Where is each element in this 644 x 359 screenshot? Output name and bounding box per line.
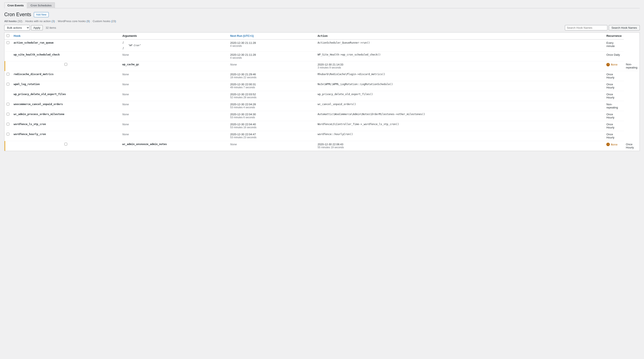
row-checkbox[interactable]	[6, 103, 9, 106]
row-checkbox[interactable]	[6, 123, 9, 126]
row-recurrence: Once Hourly	[604, 111, 624, 121]
row-checkbox-cell	[12, 141, 120, 151]
tab-cron-events[interactable]: Cron Events	[4, 2, 27, 8]
row-hook: wordfence_hourly_cron	[12, 131, 120, 141]
table-row: action_scheduler_run_queue[ "WP Cron" ]2…	[4, 39, 640, 51]
row-arguments: None	[120, 81, 228, 91]
warning-icon: !	[606, 63, 610, 66]
row-recurrence: Once Hourly	[604, 81, 624, 91]
row-checkbox[interactable]	[6, 73, 9, 76]
table-row: wpml_log_rotationNone2020-12-30 22:00:31…	[4, 81, 640, 91]
next-run-relative: 53 minutes 16 seconds	[230, 126, 313, 129]
search-input[interactable]	[565, 25, 608, 30]
next-run-time: 2020-12-30 21:11:28	[230, 53, 313, 56]
row-hook: wc_admin_process_orders_milestone	[12, 111, 120, 121]
row-action: No3x\WPML\WPML_LogRotation::LogRotationS…	[316, 81, 604, 91]
table-body: action_scheduler_run_queue[ "WP Cron" ]2…	[4, 39, 640, 151]
row-action: !None	[604, 141, 624, 151]
row-next-run: 2020-12-30 22:06:4355 minutes 19 seconds	[316, 141, 604, 151]
bulk-actions-select[interactable]: Bulk actions	[4, 25, 30, 31]
row-arguments: None	[120, 91, 228, 101]
cron-events-table: Hook Arguments Next Run (UTC+1) Action R…	[4, 32, 640, 151]
action-none-text: None	[611, 63, 618, 66]
row-checkbox-cell	[4, 101, 12, 111]
table-row: wp_cache_gcNone2020-12-30 21:14:333 minu…	[4, 61, 640, 71]
page-title: Cron Events	[4, 12, 31, 18]
row-next-run: 2020-12-30 21:11:284 seconds	[228, 39, 316, 51]
row-action: Automattic\WooCommerce\Admin\Notes\Order…	[316, 111, 604, 121]
row-hook: wp_cache_gc	[120, 61, 228, 71]
row-hook: woocommerce_cancel_unpaid_orders	[12, 101, 120, 111]
action-warning: !None	[606, 143, 622, 146]
row-hook: action_scheduler_run_queue	[12, 39, 120, 51]
apply-button[interactable]: Apply	[31, 25, 43, 30]
select-all-checkbox[interactable]	[6, 34, 9, 37]
table-row: wc_admin_unsnooze_admin_notesNone2020-12…	[4, 141, 640, 151]
row-checkbox-cell	[4, 91, 12, 101]
table-row: wc_admin_process_orders_milestoneNone202…	[4, 111, 640, 121]
row-checkbox-cell	[4, 131, 12, 141]
row-action: wp_privacy_delete_old_export_files()	[316, 91, 604, 101]
page-header: Cron Events Add New	[4, 12, 640, 18]
row-next-run: 2020-12-30 22:04:2853 minutes 4 seconds	[228, 101, 316, 111]
row-checkbox[interactable]	[6, 133, 9, 136]
row-checkbox[interactable]	[6, 41, 9, 44]
row-checkbox[interactable]	[64, 143, 67, 146]
row-checkbox-cell	[12, 61, 120, 71]
table-row: wp_privacy_delete_old_export_filesNone20…	[4, 91, 640, 101]
row-hook: wpml_log_rotation	[12, 81, 120, 91]
col-header-recurrence: Recurrence	[604, 32, 624, 39]
col-header-checkbox	[4, 32, 12, 39]
row-checkbox-cell	[4, 71, 12, 81]
col-header-next-run: Next Run (UTC+1)	[228, 32, 316, 39]
row-arguments: None	[120, 101, 228, 111]
row-checkbox-cell	[4, 121, 12, 131]
tab-cron-schedules[interactable]: Cron Schedules	[28, 2, 55, 8]
row-arguments: None	[120, 51, 228, 61]
tablenav-right: Search Hook Names	[565, 25, 640, 30]
next-run-relative: 4 seconds	[230, 44, 313, 48]
table-row: wordfence_hourly_cronNone2020-12-30 22:0…	[4, 131, 640, 141]
row-action: ActionScheduler_QueueRunner->run()	[316, 39, 604, 51]
next-run-relative: 53 minutes 4 seconds	[230, 106, 313, 109]
row-recurrence: Non-repeating	[604, 101, 624, 111]
add-new-button[interactable]: Add New	[34, 12, 49, 17]
items-count: 32 items	[46, 26, 56, 29]
row-checkbox[interactable]	[64, 63, 67, 66]
row-hook: wordfence_ls_ntp_cron	[12, 121, 120, 131]
col-header-arguments: Arguments	[120, 32, 228, 39]
row-checkbox[interactable]	[6, 83, 9, 86]
row-next-run: 2020-12-30 22:04:4753 minutes 23 seconds	[228, 131, 316, 141]
row-arguments: None	[228, 61, 316, 71]
row-next-run: 2020-12-30 21:29:4618 minutes 22 seconds	[228, 71, 316, 81]
row-action: !None	[604, 61, 624, 71]
search-hook-names-button[interactable]: Search Hook Names	[609, 25, 640, 30]
tablenav-left: Bulk actions Apply 32 items	[4, 25, 56, 31]
row-next-run: 2020-12-30 21:11:284 seconds	[228, 51, 316, 61]
row-arguments: None	[120, 71, 228, 81]
next-run-time: 2020-12-30 22:06:43	[318, 143, 602, 146]
row-recurrence: Non-repeating	[624, 61, 640, 71]
col-header-action: Action	[316, 32, 604, 39]
next-run-time: 2020-12-30 21:11:28	[230, 41, 313, 44]
row-checkbox-cell	[4, 111, 12, 121]
next-run-time: 2020-12-30 22:00:31	[230, 83, 313, 86]
row-checkbox-cell	[4, 51, 12, 61]
next-run-time: 2020-12-30 22:04:30	[230, 113, 313, 116]
row-checkbox[interactable]	[6, 113, 9, 116]
row-checkbox-cell	[4, 81, 12, 91]
no-action-filter[interactable]: Hooks with no action (3)	[25, 20, 55, 23]
hook-sort-link[interactable]: Hook	[14, 34, 21, 38]
row-hook: rediscache_discard_metrics	[12, 71, 120, 81]
row-recurrence: Once Hourly	[604, 121, 624, 131]
custom-hooks-filter[interactable]: Custom hooks (23)	[93, 20, 116, 23]
next-run-time: 2020-12-30 22:04:47	[230, 133, 313, 136]
tablenav-top: Bulk actions Apply 32 items Search Hook …	[4, 25, 640, 31]
next-run-time: 2020-12-30 22:04:28	[230, 103, 313, 106]
filter-links: All hooks (32) | Hooks with no action (3…	[4, 20, 640, 23]
next-run-sort-link[interactable]: Next Run (UTC+1)	[230, 34, 254, 38]
next-run-relative: 4 seconds	[230, 56, 313, 59]
next-run-relative: 52 minutes 28 seconds	[230, 96, 313, 99]
table-header-row: Hook Arguments Next Run (UTC+1) Action R…	[4, 32, 640, 39]
core-hooks-filter[interactable]: WordPress core hooks (9)	[58, 20, 90, 23]
